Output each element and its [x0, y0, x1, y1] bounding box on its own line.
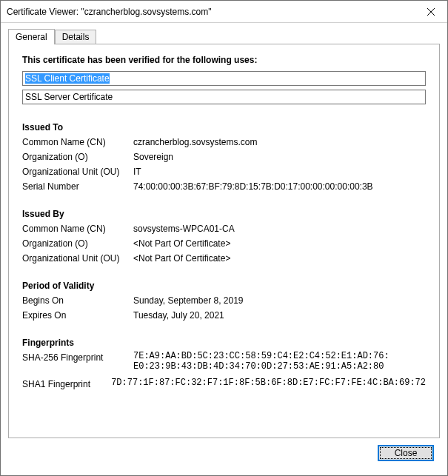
- sha256-line1: 7E:A9:AA:BD:5C:23:CC:58:59:C4:E2:C4:52:E…: [133, 351, 426, 361]
- issued-by-ou-row: Organizational Unit (OU) <Not Part Of Ce…: [22, 252, 426, 266]
- client-area: General Details This certificate has bee…: [1, 23, 447, 475]
- issued-to-o-value: Sovereign: [133, 150, 426, 164]
- sha1-row: SHA1 Fingerprint 7D:77:1F:87:FC:32:F7:1F…: [22, 378, 426, 392]
- sha256-line2: E0:23:9B:43:DB:4D:34:70:0D:27:53:AE:91:A…: [133, 361, 426, 372]
- certificate-viewer-window: Certificate Viewer: "czrancherblog.sovsy…: [0, 0, 448, 476]
- issued-by-ou-label: Organizational Unit (OU): [22, 252, 133, 266]
- close-button[interactable]: Close: [378, 445, 434, 461]
- fingerprints-heading: Fingerprints: [22, 338, 426, 348]
- use-ssl-server[interactable]: SSL Server Certificate: [22, 90, 426, 104]
- issued-to-ou-row: Organizational Unit (OU) IT: [22, 165, 426, 179]
- issued-to-ou-label: Organizational Unit (OU): [22, 165, 133, 179]
- expires-on-value: Tuesday, July 20, 2021: [133, 309, 426, 323]
- begins-on-row: Begins On Sunday, September 8, 2019: [22, 294, 426, 308]
- use-ssl-server-label: SSL Server Certificate: [25, 92, 113, 102]
- sha256-value: 7E:A9:AA:BD:5C:23:CC:58:59:C4:E2:C4:52:E…: [133, 351, 426, 372]
- validity-heading: Period of Validity: [22, 281, 426, 291]
- issued-to-sn-row: Serial Number 74:00:00:00:3B:67:BF:79:8D…: [22, 180, 426, 194]
- issued-by-o-row: Organization (O) <Not Part Of Certificat…: [22, 237, 426, 251]
- issued-to-cn-value: czrancherblog.sovsystems.com: [133, 135, 426, 150]
- issued-by-cn-label: Common Name (CN): [22, 222, 133, 236]
- tab-general[interactable]: General: [8, 29, 55, 44]
- tab-details[interactable]: Details: [55, 30, 97, 44]
- issued-by-ou-value: <Not Part Of Certificate>: [133, 252, 426, 266]
- tabpanel-general: This certificate has been verified for t…: [8, 44, 440, 438]
- issued-to-cn-label: Common Name (CN): [22, 135, 133, 150]
- issued-to-ou-value: IT: [133, 165, 426, 179]
- dialog-footer: Close: [8, 438, 440, 468]
- expires-on-label: Expires On: [22, 309, 133, 323]
- begins-on-value: Sunday, September 8, 2019: [133, 294, 426, 308]
- close-icon: [427, 8, 435, 16]
- issued-by-heading: Issued By: [22, 209, 426, 219]
- begins-on-label: Begins On: [22, 294, 133, 308]
- use-ssl-client[interactable]: SSL Client Certificate: [22, 71, 426, 86]
- titlebar: Certificate Viewer: "czrancherblog.sovsy…: [1, 1, 447, 23]
- issued-by-o-value: <Not Part Of Certificate>: [133, 237, 426, 251]
- issued-to-sn-value: 74:00:00:00:3B:67:BF:79:8D:15:7B:D0:17:0…: [133, 180, 426, 194]
- issued-by-cn-value: sovsystems-WPCA01-CA: [133, 222, 426, 236]
- use-ssl-client-label: SSL Client Certificate: [25, 73, 110, 84]
- issued-to-cn-row: Common Name (CN) czrancherblog.sovsystem…: [22, 135, 426, 150]
- issued-by-o-label: Organization (O): [22, 237, 133, 251]
- expires-on-row: Expires On Tuesday, July 20, 2021: [22, 309, 426, 323]
- sha1-value: 7D:77:1F:87:FC:32:F7:1F:8F:5B:6F:8D:E7:F…: [111, 378, 426, 392]
- issued-to-o-row: Organization (O) Sovereign: [22, 150, 426, 164]
- issued-to-o-label: Organization (O): [22, 150, 133, 164]
- sha256-label: SHA-256 Fingerprint: [22, 351, 133, 365]
- sha1-label: SHA1 Fingerprint: [22, 378, 111, 392]
- sha256-row: SHA-256 Fingerprint 7E:A9:AA:BD:5C:23:CC…: [22, 351, 426, 372]
- verified-heading: This certificate has been verified for t…: [22, 55, 426, 65]
- window-close-button[interactable]: [414, 1, 447, 22]
- issued-to-sn-label: Serial Number: [22, 180, 133, 194]
- tabstrip: General Details: [8, 29, 440, 44]
- issued-to-heading: Issued To: [22, 122, 426, 133]
- issued-by-cn-row: Common Name (CN) sovsystems-WPCA01-CA: [22, 222, 426, 236]
- window-title: Certificate Viewer: "czrancherblog.sovsy…: [7, 7, 414, 17]
